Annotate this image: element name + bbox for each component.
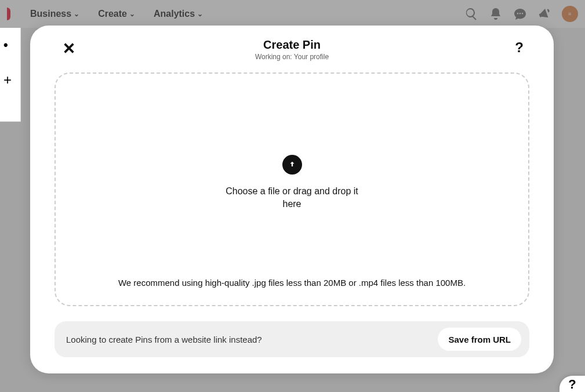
url-bar: Looking to create Pins from a website li…: [54, 321, 529, 357]
help-icon: ?: [568, 377, 576, 392]
modal-subtitle: Working on: Your profile: [54, 53, 529, 61]
upload-dropzone[interactable]: Choose a file or drag and drop it here W…: [54, 72, 529, 306]
save-from-url-button[interactable]: Save from URL: [438, 328, 521, 351]
dropzone-text: Choose a file or drag and drop it here: [223, 185, 362, 211]
help-button[interactable]: ?: [515, 39, 524, 56]
sidebar-fragment: • +: [0, 28, 21, 122]
url-bar-text: Looking to create Pins from a website li…: [66, 335, 262, 344]
modal-header: Create Pin Working on: Your profile ?: [54, 38, 529, 61]
sidebar-plus[interactable]: +: [0, 63, 20, 97]
sidebar-dot[interactable]: •: [0, 28, 20, 63]
help-icon: ?: [515, 39, 524, 55]
dropzone-recommendation: We recommend using high-quality .jpg fil…: [56, 278, 528, 288]
upload-icon: [282, 155, 302, 175]
create-pin-modal: Create Pin Working on: Your profile ? Ch…: [30, 26, 554, 373]
close-icon: [63, 42, 75, 55]
close-button[interactable]: [60, 39, 78, 59]
modal-title: Create Pin: [54, 38, 529, 52]
